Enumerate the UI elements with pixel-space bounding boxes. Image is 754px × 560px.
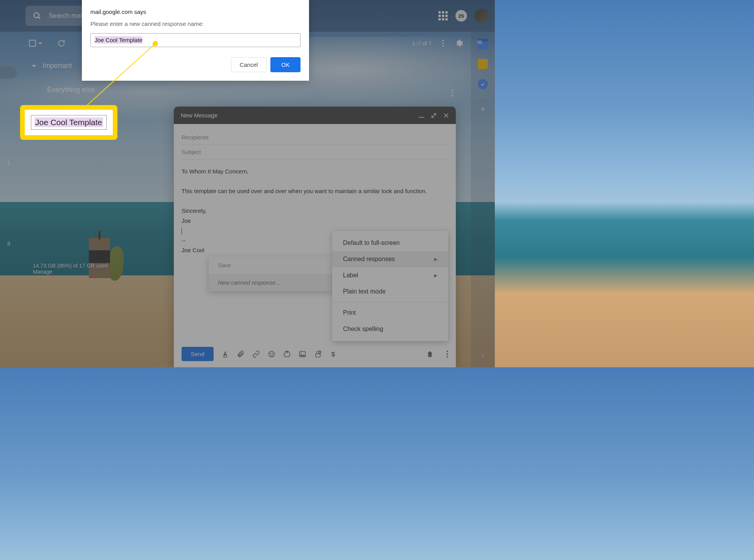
dialog-origin: mail.google.com says <box>90 8 301 15</box>
callout-dot <box>153 41 158 46</box>
dialog-input-value: Joe Cool Template <box>95 36 143 44</box>
callout-box: Joe Cool Template <box>20 105 117 140</box>
callout-text: Joe Cool Template <box>34 117 103 127</box>
dialog-input[interactable]: Joe Cool Template <box>90 33 301 47</box>
cancel-button[interactable]: Cancel <box>231 57 267 72</box>
prompt-dialog: mail.google.com says Please enter a new … <box>82 0 309 81</box>
ok-button[interactable]: OK <box>270 57 301 72</box>
dialog-message: Please enter a new canned response name: <box>90 20 301 27</box>
